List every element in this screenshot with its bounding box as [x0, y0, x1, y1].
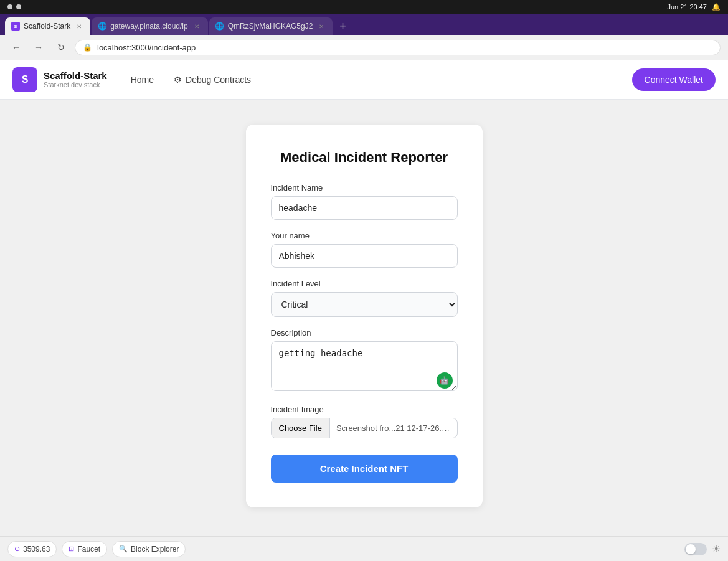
your-name-label: Your name	[271, 231, 458, 240]
logo-icon: S	[12, 67, 37, 92]
os-dot-2	[16, 4, 21, 9]
app-subtitle: Starknet dev stack	[44, 81, 107, 88]
pinata-favicon: 🌐	[98, 22, 106, 31]
qm-favicon: 🌐	[215, 22, 224, 31]
incident-name-label: Incident Name	[271, 183, 458, 192]
incident-image-group: Incident Image Choose File Screenshot fr…	[271, 405, 458, 438]
tab-close-pinata[interactable]: ✕	[192, 21, 202, 31]
form-card: Medical Incident Reporter Incident Name …	[246, 125, 483, 507]
browser-chrome: S Scaffold-Stark ✕ 🌐 gateway.pinata.clou…	[0, 14, 728, 60]
app-logo: S Scaffold-Stark Starknet dev stack	[12, 67, 107, 92]
description-textarea[interactable]: getting headache	[271, 341, 458, 391]
os-bar-right: Jun 21 20:47 🔔	[667, 3, 721, 11]
tab-label-qm: QmRzSjvMaHGKAG5gJ2	[228, 22, 313, 31]
reload-button[interactable]: ↻	[52, 39, 70, 56]
form-title: Medical Incident Reporter	[271, 149, 458, 166]
os-bar-left	[7, 4, 21, 9]
url-bar[interactable]: 🔒 localhost:3000/incident-app	[75, 40, 721, 55]
tab-label-scaffold: Scaffold-Stark	[24, 22, 70, 31]
gear-icon: ⚙	[174, 75, 182, 85]
main-content: Medical Incident Reporter Incident Name …	[0, 100, 728, 532]
incident-level-select[interactable]: Low Medium High Critical	[271, 292, 458, 317]
os-dot-1	[7, 4, 12, 9]
lock-icon: 🔒	[83, 43, 92, 52]
file-name-display: Screenshot fro...21 12-17-26.png	[330, 418, 457, 438]
tab-close-qm[interactable]: ✕	[316, 21, 326, 31]
scaffold-favicon: S	[11, 22, 20, 31]
incident-name-input[interactable]	[271, 196, 458, 220]
new-tab-button[interactable]: +	[334, 17, 351, 35]
nav-links: Home ⚙ Debug Contracts	[122, 70, 260, 90]
create-incident-nft-button[interactable]: Create Incident NFT	[271, 455, 458, 483]
file-input-wrapper: Choose File Screenshot fro...21 12-17-26…	[271, 418, 458, 438]
tab-bar: S Scaffold-Stark ✕ 🌐 gateway.pinata.clou…	[0, 14, 728, 35]
back-button[interactable]: ←	[7, 39, 25, 56]
os-bell-icon: 🔔	[712, 3, 721, 11]
header-right: Connect Wallet	[632, 68, 716, 91]
home-label: Home	[131, 75, 154, 85]
reload-icon: ↻	[57, 42, 65, 52]
incident-level-label: Incident Level	[271, 279, 458, 288]
ai-icon: 🤖	[437, 372, 453, 389]
your-name-group: Your name	[271, 231, 458, 268]
browser-tab-qm[interactable]: 🌐 QmRzSjvMaHGKAG5gJ2 ✕	[209, 17, 333, 35]
logo-letter: S	[22, 74, 29, 85]
forward-button[interactable]: →	[30, 39, 47, 56]
tab-label-pinata: gateway.pinata.cloud/ip	[110, 22, 188, 31]
browser-tab-pinata[interactable]: 🌐 gateway.pinata.cloud/ip ✕	[92, 17, 208, 35]
forward-icon: →	[34, 42, 43, 52]
os-bar: Jun 21 20:47 🔔	[0, 0, 728, 14]
os-datetime: Jun 21 20:47	[667, 3, 707, 11]
app-name: Scaffold-Stark	[44, 70, 107, 81]
connect-wallet-button[interactable]: Connect Wallet	[632, 68, 716, 91]
description-wrapper: getting headache 🤖	[271, 341, 458, 394]
incident-image-label: Incident Image	[271, 405, 458, 414]
browser-tab-scaffold[interactable]: S Scaffold-Stark ✕	[5, 17, 90, 35]
tab-close-scaffold[interactable]: ✕	[74, 21, 84, 31]
description-group: Description getting headache 🤖	[271, 328, 458, 394]
debug-contracts-label: Debug Contracts	[186, 75, 251, 85]
address-bar: ← → ↻ 🔒 localhost:3000/incident-app	[0, 35, 728, 60]
incident-name-group: Incident Name	[271, 183, 458, 220]
incident-level-group: Incident Level Low Medium High Critical	[271, 279, 458, 317]
nav-home[interactable]: Home	[122, 70, 163, 90]
app-header: S Scaffold-Stark Starknet dev stack Home…	[0, 60, 728, 100]
back-icon: ←	[12, 42, 21, 52]
url-text: localhost:3000/incident-app	[97, 43, 196, 52]
description-label: Description	[271, 328, 458, 337]
choose-file-button[interactable]: Choose File	[272, 418, 330, 438]
nav-debug-contracts[interactable]: ⚙ Debug Contracts	[165, 70, 260, 90]
logo-text: Scaffold-Stark Starknet dev stack	[44, 70, 107, 88]
your-name-input[interactable]	[271, 244, 458, 268]
